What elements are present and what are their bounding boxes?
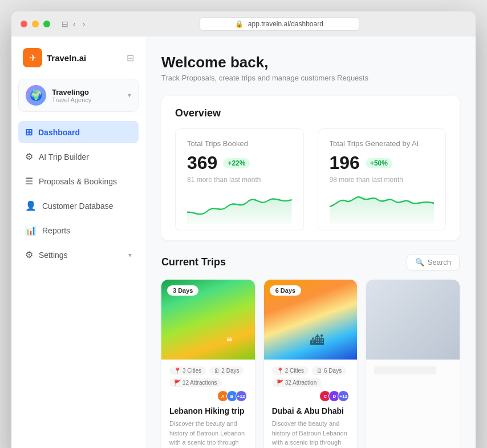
back-button[interactable]: ‹ xyxy=(71,18,78,30)
trip-title-dubai: Dubai & Abu Dhabi xyxy=(272,406,350,415)
sidebar-item-ai-trip-builder[interactable]: ⚙ AI Trip Builder xyxy=(18,146,139,168)
avatar-count-dubai: +12 xyxy=(338,390,349,402)
calendar-icon-dubai: 🗓 xyxy=(316,368,322,374)
search-icon: 🔍 xyxy=(415,258,424,267)
stat2-label: Total Trips Generated by AI xyxy=(330,139,435,148)
stat2-badge: +50% xyxy=(366,158,392,168)
customer-icon: 👤 xyxy=(25,200,36,211)
proposals-icon: ☰ xyxy=(25,176,33,187)
url-bar[interactable]: 🔒 app.traveln.ai/dashboard xyxy=(200,17,359,31)
close-button[interactable] xyxy=(21,21,27,27)
trip-avatars-dubai: C D +12 xyxy=(322,390,349,402)
logo-icon: ✈ xyxy=(23,48,42,67)
agency-type: Travel Agency xyxy=(52,96,122,103)
trip-attractions-tag-dubai: 🚩 32 Attraction xyxy=(272,378,322,387)
reports-icon: 📊 xyxy=(25,225,36,236)
trip-duration-tag: 🗓 2 Days xyxy=(209,366,244,375)
stat1-badge: +22% xyxy=(223,158,250,168)
trip-days-badge-dubai: 6 Days xyxy=(270,285,301,296)
flag-icon-dubai: 🚩 xyxy=(277,380,283,386)
sidebar-item-proposals[interactable]: ☰ Proposals & Bookings xyxy=(18,170,139,192)
page-title: Welcome back, xyxy=(161,54,460,71)
stat2-value: 196 xyxy=(330,152,360,173)
sidebar-logo: ✈ Traveln.ai ⊟ xyxy=(18,46,139,76)
url-area: 🔒 app.traveln.ai/dashboard xyxy=(92,17,466,31)
overview-card: Overview Total Trips Booked 369 +22% 81 … xyxy=(161,96,460,240)
dashboard-icon: ⊞ xyxy=(25,127,33,138)
trip-attractions-tag: 🚩 12 Attractions xyxy=(169,378,222,387)
logo-icon-symbol: ✈ xyxy=(29,53,36,63)
stat2-chart xyxy=(330,189,435,224)
calendar-icon: 🗓 xyxy=(214,368,220,374)
avatar-count: +12 xyxy=(236,390,247,402)
sidebar-item-dashboard[interactable]: ⊞ Dashboard xyxy=(18,121,139,143)
trip-meta-dubai: 📍 2 Cities 🗓 6 Days 🚩 32 Attraction xyxy=(272,366,350,402)
search-bar[interactable]: 🔍 Search xyxy=(407,254,460,271)
page-subtitle: Track Proposals, create trips and manage… xyxy=(161,74,460,82)
trip-card-lebanon[interactable]: 🏔 3 Days 📍 3 Cities 🗓 xyxy=(161,280,255,448)
trip-desc-dubai: Discover the beauty and history of Batro… xyxy=(272,419,350,448)
current-trips-title: Current Trips xyxy=(161,256,226,268)
trip-meta-lebanon: 📍 3 Cities 🗓 2 Days 🚩 12 Attractions xyxy=(169,366,247,402)
sidebar-item-label-dashboard: Dashboard xyxy=(38,128,80,137)
trip-info-dubai: 📍 2 Cities 🗓 6 Days 🚩 32 Attraction xyxy=(264,360,358,448)
location-icon-dubai: 📍 xyxy=(277,368,283,374)
trip-image-dubai: 🏙 6 Days xyxy=(264,280,358,360)
stat1-value-row: 369 +22% xyxy=(187,152,292,173)
sidebar-item-label-settings: Settings xyxy=(39,251,68,260)
stats-row: Total Trips Booked 369 +22% 81 more than… xyxy=(175,128,446,231)
trip-duration-tag-dubai: 🗓 6 Days xyxy=(312,366,346,375)
stat1-sub: 81 more than last month xyxy=(187,176,292,184)
sidebar-item-label-reports: Reports xyxy=(42,226,70,235)
stat-card-trips-ai: Total Trips Generated by AI 196 +50% 98 … xyxy=(318,128,447,231)
app-body: ✈ Traveln.ai ⊟ 🌍 Travelingo Travel Agenc… xyxy=(11,37,476,448)
settings-icon: ⚙ xyxy=(25,249,33,260)
trip-image-lebanon: 🏔 3 Days xyxy=(161,280,255,360)
logo-text: Traveln.ai xyxy=(47,53,86,63)
search-label: Search xyxy=(428,258,451,267)
trip-avatars-lebanon: A B +12 xyxy=(220,390,247,402)
trip-info-lebanon: 📍 3 Cities 🗓 2 Days 🚩 12 Attractions xyxy=(161,360,255,448)
stat2-sub: 98 more than last month xyxy=(330,176,435,184)
maximize-button[interactable] xyxy=(43,21,50,27)
agency-info: Travelingo Travel Agency xyxy=(52,88,122,103)
location-icon: 📍 xyxy=(174,368,181,374)
agency-name: Travelingo xyxy=(52,88,122,96)
trip-days-badge-lebanon: 3 Days xyxy=(167,285,198,296)
sidebar-item-customer-database[interactable]: 👤 Customer Database xyxy=(18,195,139,217)
titlebar: ⊟ ‹ › 🔒 app.traveln.ai/dashboard xyxy=(11,11,476,37)
sidebar-item-label-ai: AI Trip Builder xyxy=(39,152,89,162)
trips-grid: 🏔 3 Days 📍 3 Cities 🗓 xyxy=(161,280,460,448)
agency-chevron-icon: ▾ xyxy=(128,91,131,99)
stat1-value: 369 xyxy=(187,152,217,173)
overview-title: Overview xyxy=(175,107,446,119)
trip-card-dubai[interactable]: 🏙 6 Days 📍 2 Cities 🗓 xyxy=(264,280,358,448)
agency-card[interactable]: 🌍 Travelingo Travel Agency ▾ xyxy=(18,79,139,112)
trip-info-partial xyxy=(366,360,460,386)
ai-trip-icon: ⚙ xyxy=(25,151,33,162)
nav-controls: ⊟ ‹ › xyxy=(62,18,87,30)
sidebar-item-label-proposals: Proposals & Bookings xyxy=(39,177,117,186)
sidebar-item-reports[interactable]: 📊 Reports xyxy=(18,219,139,241)
current-trips-header: Current Trips 🔍 Search xyxy=(161,254,460,271)
sidebar-item-label-customers: Customer Database xyxy=(42,201,113,211)
sidebar-toggle-icon[interactable]: ⊟ xyxy=(62,19,68,29)
sidebar-toggle-button[interactable]: ⊟ xyxy=(127,53,134,63)
trip-card-partial xyxy=(366,280,460,448)
trip-title-lebanon: Lebanon Hiking trip xyxy=(169,406,247,415)
minimize-button[interactable] xyxy=(32,21,39,27)
trip-desc-lebanon: Discover the beauty and history of Batro… xyxy=(169,419,247,448)
app-window: ⊟ ‹ › 🔒 app.traveln.ai/dashboard ✈ Trave… xyxy=(11,11,476,448)
flag-icon: 🚩 xyxy=(174,380,181,386)
stat1-chart xyxy=(187,189,292,224)
settings-chevron-icon: ▾ xyxy=(128,251,132,259)
stat1-label: Total Trips Booked xyxy=(187,139,292,148)
sidebar: ✈ Traveln.ai ⊟ 🌍 Travelingo Travel Agenc… xyxy=(11,37,145,448)
stat2-value-row: 196 +50% xyxy=(330,152,435,173)
forward-button[interactable]: › xyxy=(80,18,88,30)
agency-avatar: 🌍 xyxy=(26,85,46,106)
sidebar-item-settings[interactable]: ⚙ Settings ▾ xyxy=(18,244,139,266)
stat-card-trips-booked: Total Trips Booked 369 +22% 81 more than… xyxy=(175,128,304,231)
main-content: Welcome back, Track Proposals, create tr… xyxy=(145,37,476,448)
current-trips-section: Current Trips 🔍 Search 🏔 3 Days xyxy=(161,254,460,448)
